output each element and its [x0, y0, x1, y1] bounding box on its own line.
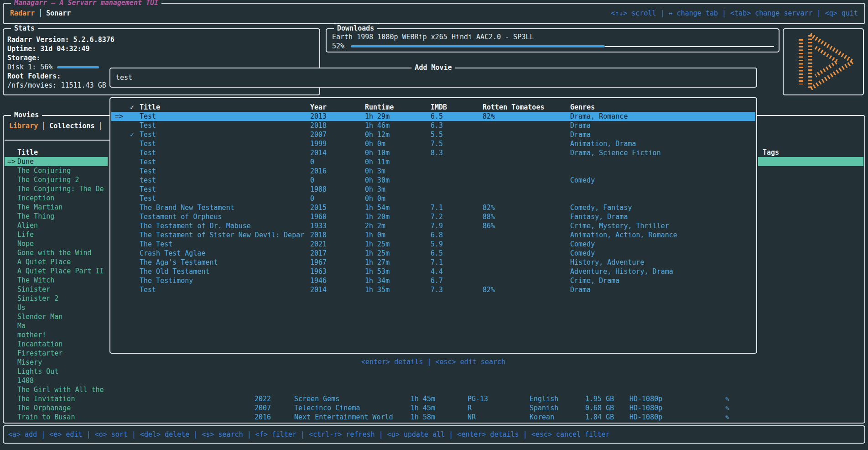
- cell-runtime: 1h 20m: [365, 212, 390, 221]
- movie-list-item[interactable]: A Quiet Place: [17, 257, 71, 267]
- cell-genres: Drama, Science Fiction: [570, 148, 661, 157]
- result-row[interactable]: ✓Test20070h 12m5.5Drama: [111, 130, 755, 139]
- selected-movie-row[interactable]: => Dune: [5, 157, 108, 166]
- cell-year: 1933: [310, 221, 327, 230]
- tab-collections[interactable]: Collections: [49, 122, 94, 130]
- result-row[interactable]: The Testament of Dr. Mabuse19332h 2m7.98…: [111, 221, 755, 230]
- movie-list-item[interactable]: Lights Out: [17, 367, 58, 376]
- movie-list-item[interactable]: Sinister: [17, 285, 50, 294]
- monitored-check-icon: ✓: [130, 130, 134, 139]
- movie-list-item[interactable]: Nope: [17, 239, 34, 248]
- tab-radarr[interactable]: Radarr: [10, 9, 35, 17]
- cell-genres: Comedy: [570, 176, 595, 185]
- cell-runtime: 1h 46m: [365, 121, 390, 130]
- movies-panel-title: Movies: [11, 110, 42, 120]
- cell-imdb: 6.3: [431, 121, 443, 130]
- movie-list-item[interactable]: The Witch: [17, 276, 54, 285]
- library-table-row[interactable]: 2007Telecinco Cinema1h 45mRSpanish0.68 G…: [4, 403, 864, 413]
- cell-runtime: 1h 45m: [411, 403, 435, 413]
- result-row[interactable]: Crash Test Aglae20171h 25m6.5Comedy: [111, 249, 755, 258]
- column-header: IMDB: [431, 103, 447, 112]
- movie-list-item[interactable]: Sinister 2: [17, 294, 58, 303]
- popup-keybinding-help: <enter> details | <esc> edit search: [109, 357, 757, 366]
- movie-list-item[interactable]: Inception: [17, 194, 54, 203]
- movie-list-item[interactable]: Incantation: [17, 340, 62, 349]
- library-tags-column-header: Tags: [763, 148, 779, 157]
- movie-list-item[interactable]: Alien: [17, 221, 38, 230]
- movie-list-item[interactable]: A Quiet Place Part II: [17, 267, 104, 276]
- cell-year: 2016: [255, 413, 271, 422]
- cell-year: 2014: [310, 285, 327, 294]
- movie-list-item[interactable]: The Martian: [17, 203, 62, 212]
- cell-rt: 86%: [483, 221, 495, 230]
- movie-list-item[interactable]: Misery: [17, 358, 42, 367]
- result-row[interactable]: Test19880h 3m: [111, 185, 755, 194]
- movie-list-item[interactable]: The Girl with All the: [17, 385, 104, 394]
- cell-runtime: 0h 30m: [365, 176, 390, 185]
- result-row[interactable]: The Testament of Sister New Devil: Depar…: [111, 230, 755, 240]
- result-row[interactable]: Test19990h 0m7.5Animation, Drama: [111, 139, 755, 148]
- result-row[interactable]: Testament of Orpheus19601h 20m7.288%Fant…: [111, 212, 755, 221]
- cell-genres: Comedy: [570, 249, 595, 258]
- result-row[interactable]: Test20181h 46m6.3Drama: [111, 121, 755, 130]
- cell-title: Crash Test Aglae: [140, 249, 206, 258]
- cell-title: The Brand New Testament: [140, 203, 234, 212]
- result-row[interactable]: Test20141h 35m7.382%Drama: [111, 285, 755, 294]
- edit-tag-icon: ✎: [725, 403, 729, 413]
- result-row[interactable]: The Old Testament19631h 53m4.4Adventure,…: [111, 267, 755, 276]
- result-row[interactable]: The Test20211h 25m5.9Comedy: [111, 240, 755, 249]
- cell-year: 1988: [310, 185, 327, 194]
- cell-genres: Comedy, Fantasy: [570, 203, 632, 212]
- search-input[interactable]: test: [116, 73, 132, 82]
- result-row[interactable]: Test00h 11m: [111, 157, 755, 167]
- movie-list-item[interactable]: Gone with the Wind: [17, 248, 92, 257]
- movie-list-item[interactable]: The Conjuring: [17, 166, 71, 175]
- cell-rt: 82%: [483, 285, 495, 294]
- result-row[interactable]: Test20160h 3m: [111, 167, 755, 176]
- movie-list-item[interactable]: 1408: [17, 376, 34, 385]
- cell-runtime: 1h 29m: [365, 112, 390, 121]
- tab-sonarr[interactable]: Sonarr: [46, 9, 71, 17]
- cell-genres: Fantasy, Drama: [570, 212, 628, 221]
- result-row[interactable]: Test20140h 10m8.3Drama, Science Fiction: [111, 148, 755, 157]
- result-row[interactable]: test00h 30mComedy: [111, 176, 755, 185]
- cell-imdb: 7.9: [431, 221, 443, 230]
- cell-runtime: 0h 0m: [365, 139, 385, 148]
- movie-list-item[interactable]: Firestarter: [17, 349, 62, 358]
- add-movie-popup-title: Add Movie: [411, 63, 455, 72]
- cell-year: 1967: [310, 258, 327, 267]
- cell-genres: Crime, Mystery, Thriller: [570, 221, 669, 230]
- cell-runtime: 1h 45m: [411, 394, 435, 403]
- movie-list-item[interactable]: Slender Man: [17, 312, 62, 321]
- movie-list-item[interactable]: The Thing: [17, 212, 54, 221]
- result-row[interactable]: The Aga's Testament19671h 27m7.1History,…: [111, 258, 755, 267]
- result-row[interactable]: The Brand New Testament20151h 54m7.182%C…: [111, 203, 755, 212]
- cell-runtime: 0h 12m: [365, 130, 390, 139]
- cell-title: Test: [140, 167, 156, 176]
- library-title-column-header: Title: [17, 148, 38, 157]
- add-movie-popup-search[interactable]: Add Movie test: [109, 68, 757, 88]
- cell-certification: NR: [468, 413, 476, 422]
- result-row[interactable]: Test00h 0m: [111, 194, 755, 203]
- tab-library[interactable]: Library: [9, 122, 38, 130]
- library-table-row[interactable]: 2016Next Entertainment World1h 58mNRKore…: [4, 413, 864, 422]
- cell-language: English: [530, 394, 558, 403]
- movie-list-item[interactable]: Ma: [17, 321, 26, 330]
- library-table-row[interactable]: 2022Screen Gems1h 45mPG-13English1.95 GB…: [4, 394, 864, 403]
- movie-list-item[interactable]: The Conjuring 2: [17, 175, 79, 184]
- movie-list-item[interactable]: The Conjuring: The De: [17, 184, 104, 194]
- movie-list-item[interactable]: Us: [17, 303, 26, 312]
- movie-list-item[interactable]: Life: [17, 230, 34, 239]
- keybinding-help-footer: <a> add | <e> edit | <o> sort | <del> de…: [8, 430, 610, 439]
- cell-title: Test: [140, 121, 156, 130]
- logo-panel: [783, 28, 864, 95]
- result-row[interactable]: The Testimony19461h 34m6.7Crime, Drama: [111, 276, 755, 285]
- cell-title: The Testament of Dr. Mabuse: [140, 221, 251, 230]
- cell-studio: Next Entertainment World: [294, 413, 393, 422]
- cell-title: Test: [140, 130, 156, 139]
- result-row[interactable]: =>Test20131h 29m6.582%Drama, Romance: [111, 112, 755, 121]
- cell-title: The Testimony: [140, 276, 193, 285]
- cell-runtime: 0h 0m: [365, 194, 385, 203]
- cell-year: 2014: [310, 148, 327, 157]
- movie-list-item[interactable]: mother!: [17, 330, 46, 340]
